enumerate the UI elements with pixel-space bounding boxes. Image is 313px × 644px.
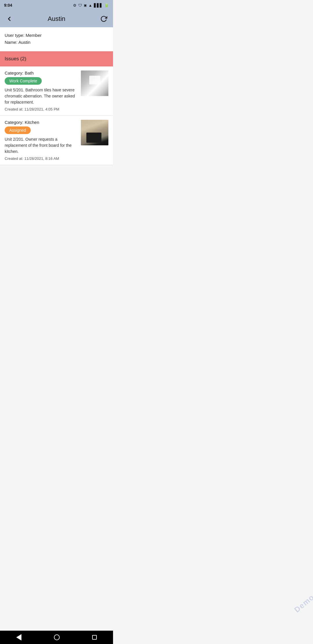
refresh-icon (100, 15, 107, 22)
issue-content-kitchen: Category: Kitchen Assigned Unit 2/201. O… (5, 120, 77, 161)
signal-icon: ▋▋▋ (94, 3, 103, 8)
settings-icon: ⚙ (73, 3, 77, 8)
sim-icon: ▣ (84, 3, 87, 7)
issue-image-bath (81, 70, 108, 96)
issue-description-bath: Unit 5/201. Bathroom tiles have severe c… (5, 87, 77, 105)
issue-category-kitchen: Category: Kitchen (5, 120, 77, 125)
issue-description-kitchen: Unit 2/201. Owner requests a replacement… (5, 136, 77, 155)
issue-card-kitchen[interactable]: Category: Kitchen Assigned Unit 2/201. O… (0, 116, 113, 165)
issues-header-text: Issues (2) (5, 56, 26, 61)
status-bar: 9:04 ⚙ 🛡 ▣ ▲ ▋▋▋ 🔋 (0, 0, 113, 10)
app-bar: Austin (0, 10, 113, 27)
user-type-line: User type: Member (5, 32, 108, 39)
bath-photo (81, 70, 108, 96)
status-time: 9:04 (4, 3, 12, 8)
refresh-button[interactable] (99, 14, 109, 24)
issue-category-bath: Category: Bath (5, 70, 77, 75)
user-info-section: User type: Member Name: Austin (0, 27, 113, 51)
badge-work-complete: Work Complete (5, 77, 42, 85)
shield-icon: 🛡 (78, 3, 82, 8)
badge-assigned: Assigned (5, 126, 31, 134)
empty-content-area (0, 165, 113, 252)
wifi-icon: ▲ (88, 3, 92, 8)
issue-image-kitchen (81, 120, 108, 145)
user-name-line: Name: Austin (5, 39, 108, 46)
issues-header: Issues (2) (0, 51, 113, 66)
battery-icon: 🔋 (104, 3, 109, 8)
issue-content-bath: Category: Bath Work Complete Unit 5/201.… (5, 70, 77, 111)
back-arrow-icon (6, 15, 13, 22)
issue-created-kitchen: Created at: 11/28/2021, 8:16 AM (5, 156, 77, 161)
back-button[interactable] (4, 14, 14, 24)
status-icons: ⚙ 🛡 ▣ ▲ ▋▋▋ 🔋 (73, 3, 109, 8)
kitchen-photo (81, 120, 108, 145)
issue-created-bath: Created at: 11/28/2021, 4:05 PM (5, 107, 77, 111)
issue-card-bath[interactable]: Category: Bath Work Complete Unit 5/201.… (0, 66, 113, 116)
page-title: Austin (48, 15, 65, 23)
